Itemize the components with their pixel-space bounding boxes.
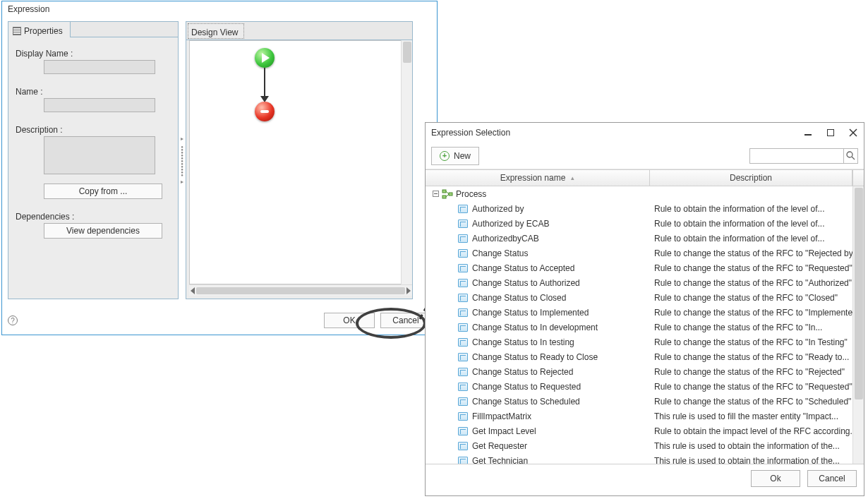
cancel-label: Cancel	[392, 315, 418, 325]
expression-description: Rule to change the status of the RFC to …	[654, 397, 864, 407]
tree-root-process[interactable]: Process	[426, 186, 864, 201]
ok-button[interactable]: OK	[324, 313, 375, 328]
expression-description: This rule is used to obtain the informat…	[654, 441, 864, 451]
sort-indicator-icon: ▴	[571, 174, 574, 181]
selection-ok-label: Ok	[770, 474, 780, 483]
expression-name: Change Status to Scheduled	[472, 397, 654, 407]
expression-icon	[458, 397, 468, 406]
design-panel: Design View	[186, 21, 413, 299]
expression-row[interactable]: Change Status to Ready to CloseRule to c…	[426, 349, 864, 364]
display-name-label: Display Name :	[16, 49, 171, 59]
expression-name: Change Status to Requested	[472, 382, 654, 392]
expression-description: Rule to change the status of the RFC to …	[654, 337, 864, 347]
expression-icon	[458, 234, 468, 243]
design-vscrollbar[interactable]	[401, 40, 412, 284]
expression-name: Change Status to Rejected	[472, 367, 654, 377]
expression-row[interactable]: Change Status to AcceptedRule to change …	[426, 260, 864, 275]
expression-icon	[458, 205, 468, 213]
expression-name: Change Status to In development	[472, 323, 654, 332]
grid-icon	[13, 27, 21, 35]
copy-from-button[interactable]: Copy from ...	[44, 184, 162, 199]
collapse-icon[interactable]	[433, 191, 439, 197]
minimize-button[interactable]	[803, 128, 813, 138]
expression-icon	[458, 308, 468, 317]
expression-row[interactable]: Get TechnicianThis rule is used to obtai…	[426, 453, 864, 464]
view-dependencies-button[interactable]: View dependencies	[44, 223, 162, 239]
expression-name: FillImpactMatrix	[472, 411, 654, 421]
expression-row[interactable]: Authorized by ECABRule to obtain the inf…	[426, 216, 864, 231]
expression-icon	[458, 249, 468, 258]
selection-vscrollbar[interactable]	[852, 186, 864, 464]
cancel-button[interactable]: Cancel	[380, 313, 431, 328]
svg-rect-6	[442, 190, 446, 193]
selection-cancel-button[interactable]: Cancel	[807, 470, 857, 487]
expression-row[interactable]: Change StatusRule to change the status o…	[426, 246, 864, 260]
end-node[interactable]	[255, 102, 275, 121]
expression-icon	[458, 264, 468, 272]
scroll-left-icon[interactable]	[191, 287, 195, 294]
design-hscrollbar[interactable]	[189, 284, 412, 296]
dependencies-label: Dependencies :	[16, 212, 171, 222]
expression-row[interactable]: Authorized byRule to obtain the informat…	[426, 201, 864, 216]
expression-name: Change Status to Accepted	[472, 263, 654, 273]
column-header-desc-label: Description	[730, 173, 772, 183]
expression-description: This rule is used to obtain the informat…	[654, 456, 864, 465]
expression-description: Rule to change the status of the RFC to …	[654, 308, 864, 318]
expression-description: Rule to obtain the impact level of the R…	[654, 426, 864, 436]
expression-row[interactable]: Get RequesterThis rule is used to obtain…	[426, 438, 864, 453]
description-input[interactable]	[44, 136, 155, 174]
expression-name: Get Requester	[472, 441, 654, 451]
close-button[interactable]	[848, 128, 858, 138]
search-input[interactable]	[749, 148, 844, 164]
expression-row[interactable]: Change Status to ClosedRule to change th…	[426, 290, 864, 305]
expression-description: Rule to change the status of the RFC to …	[654, 248, 864, 258]
expression-description: Rule to change the status of the RFC to …	[654, 352, 864, 362]
expression-description: This rule is used to fill the master ent…	[654, 411, 864, 421]
name-label: Name :	[16, 87, 171, 97]
selection-dialog-title: Expression Selection	[431, 128, 510, 138]
expression-name: Change Status to Ready to Close	[472, 352, 654, 362]
search-icon[interactable]	[844, 148, 858, 164]
new-button[interactable]: + New	[431, 147, 479, 165]
expression-name: Change Status	[472, 248, 654, 258]
expression-dialog: Expression Properties Display Name : Nam…	[1, 1, 438, 335]
expression-row[interactable]: Change Status to RequestedRule to change…	[426, 379, 864, 394]
expression-name: Change Status to In testing	[472, 337, 654, 347]
name-input[interactable]	[44, 98, 155, 112]
expression-icon	[458, 294, 468, 302]
design-canvas[interactable]	[189, 40, 409, 284]
expression-row[interactable]: Change Status to AuthorizedRule to chang…	[426, 275, 864, 290]
plus-icon: +	[440, 151, 450, 161]
column-header-name[interactable]: Expression name ▴	[426, 170, 650, 186]
expression-selection-dialog: Expression Selection + New Expression na…	[425, 122, 864, 496]
expression-row[interactable]: Change Status to ScheduledRule to change…	[426, 394, 864, 409]
expression-icon	[458, 368, 468, 376]
tab-design-label: Design View	[191, 28, 238, 37]
expression-row[interactable]: Change Status to RejectedRule to change …	[426, 364, 864, 379]
expression-row[interactable]: AuthorizedbyCABRule to obtain the inform…	[426, 231, 864, 246]
tab-design-view[interactable]: Design View	[188, 23, 244, 39]
expression-icon	[458, 427, 468, 435]
expression-row[interactable]: Change Status to ImplementedRule to chan…	[426, 305, 864, 320]
process-icon	[442, 189, 453, 199]
splitter[interactable]: ▸ ●●●●●●●●●●● ▸	[179, 21, 186, 299]
maximize-button[interactable]	[826, 128, 836, 138]
expression-row[interactable]: Get Impact LevelRule to obtain the impac…	[426, 423, 864, 438]
svg-point-4	[847, 152, 852, 157]
expression-row[interactable]: FillImpactMatrixThis rule is used to fil…	[426, 409, 864, 423]
help-icon[interactable]: ?	[8, 315, 18, 325]
column-header-description[interactable]: Description	[650, 170, 852, 186]
tab-properties-label: Properties	[24, 26, 63, 36]
display-name-input[interactable]	[44, 60, 155, 74]
expression-row[interactable]: Change Status to In testingRule to chang…	[426, 335, 864, 349]
selection-cancel-label: Cancel	[819, 474, 845, 483]
expression-icon	[458, 323, 468, 332]
start-node[interactable]	[255, 48, 275, 68]
selection-ok-button[interactable]: Ok	[751, 470, 800, 487]
properties-panel: Properties Display Name : Name : Descrip…	[8, 21, 179, 299]
expression-row[interactable]: Change Status to In developmentRule to c…	[426, 320, 864, 335]
description-label: Description :	[16, 125, 171, 135]
expression-description: Rule to change the status of the RFC to …	[654, 293, 864, 303]
tab-properties[interactable]: Properties	[8, 22, 71, 37]
scroll-right-icon[interactable]	[406, 287, 411, 294]
